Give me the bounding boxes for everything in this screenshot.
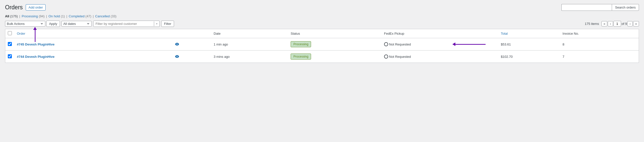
customer-filter-dropdown-icon[interactable]: ▾ bbox=[154, 21, 159, 26]
page-title: Orders bbox=[5, 4, 23, 11]
date-label-col-header: Date bbox=[211, 29, 288, 38]
row-745-total-cell: $53.61 bbox=[498, 38, 560, 51]
dates-select[interactable]: All dates bbox=[61, 21, 92, 27]
next-page-button[interactable]: › bbox=[627, 21, 632, 26]
table-row: #744 Devesh PluginHive 3 mins ago Proces… bbox=[5, 51, 639, 63]
row-745-eye-cell bbox=[171, 38, 211, 51]
tab-on-hold[interactable]: On hold (1) bbox=[48, 14, 65, 18]
pagination: « ‹ of 9 › » bbox=[601, 21, 639, 27]
tab-cancelled[interactable]: Cancelled (33) bbox=[95, 14, 117, 18]
row-744-invoice-cell: 7 bbox=[560, 51, 639, 63]
row-745-view-icon[interactable] bbox=[175, 42, 179, 46]
select-all-col bbox=[5, 29, 15, 38]
row-745-date-cell: 1 min ago bbox=[211, 38, 288, 51]
row-744-status-cell: Processing bbox=[288, 51, 382, 63]
row-744-status-badge: Processing bbox=[291, 54, 311, 60]
tab-all[interactable]: All (175) bbox=[5, 14, 18, 18]
prev-page-button[interactable]: ‹ bbox=[608, 21, 613, 26]
row-744-total: $102.70 bbox=[501, 55, 513, 59]
tab-completed[interactable]: Completed (47) bbox=[69, 14, 91, 18]
row-745-fedex-status: Not Requested bbox=[389, 42, 411, 46]
row-744-date-cell: 3 mins ago bbox=[211, 51, 288, 63]
date-col-header bbox=[171, 29, 211, 38]
customer-filter-input[interactable] bbox=[93, 21, 154, 27]
search-input[interactable] bbox=[561, 4, 612, 11]
row-745-order-link[interactable]: #745 Devesh PluginHive bbox=[17, 42, 55, 46]
row-744-order-link[interactable]: #744 Devesh PluginHive bbox=[17, 55, 55, 59]
bulk-actions-select[interactable]: Bulk Actions bbox=[5, 21, 45, 27]
table-row: #745 Devesh PluginHive 1 min ago Process bbox=[5, 38, 639, 51]
orders-table: Order Date Status FedEx Pickup Total Inv… bbox=[5, 29, 639, 63]
row-744-fedex-status: Not Requested bbox=[389, 55, 411, 59]
last-page-button[interactable]: » bbox=[633, 21, 639, 26]
row-744-checkbox-cell bbox=[5, 51, 15, 63]
row-744-total-cell: $102.70 bbox=[498, 51, 560, 63]
first-page-button[interactable]: « bbox=[601, 21, 607, 26]
row-744-circle-icon bbox=[384, 55, 388, 59]
status-tabs: All (175) | Processing (94) | On hold (1… bbox=[5, 14, 639, 18]
invoice-col-header: Invoice No. bbox=[560, 29, 639, 38]
svg-point-3 bbox=[177, 56, 177, 57]
row-744-view-icon[interactable] bbox=[175, 54, 179, 59]
apply-button[interactable]: Apply bbox=[46, 21, 60, 27]
row-744-order-cell: #744 Devesh PluginHive bbox=[14, 51, 171, 63]
row-744-fedex-cell: Not Requested bbox=[382, 51, 498, 63]
row-744-checkbox[interactable] bbox=[8, 54, 12, 58]
tablenav: Bulk Actions Apply All dates ▾ Filter 17… bbox=[5, 21, 639, 27]
row-745-status-cell: Processing bbox=[288, 38, 382, 51]
fedex-col-header: FedEx Pickup bbox=[382, 29, 498, 38]
row-744-eye-cell bbox=[171, 51, 211, 63]
row-745-circle-icon bbox=[384, 42, 388, 46]
tab-processing[interactable]: Processing (94) bbox=[22, 14, 45, 18]
select-all-checkbox[interactable] bbox=[8, 31, 12, 35]
row-745-invoice-cell: 8 bbox=[560, 38, 639, 51]
page-of-label: of 9 bbox=[622, 22, 627, 26]
row-745-order-cell: #745 Devesh PluginHive bbox=[14, 38, 171, 51]
search-orders-button[interactable]: Search orders bbox=[612, 4, 639, 11]
row-745-checkbox-cell bbox=[5, 38, 15, 51]
row-745-fedex-cell: Not Requested bbox=[382, 38, 498, 51]
total-col-header[interactable]: Total bbox=[498, 29, 560, 38]
customer-filter-wrap: ▾ bbox=[93, 21, 160, 27]
status-col-header: Status bbox=[288, 29, 382, 38]
row-745-checkbox[interactable] bbox=[8, 42, 12, 46]
current-page-input[interactable] bbox=[614, 21, 621, 27]
row-745-status-badge: Processing bbox=[291, 41, 311, 47]
svg-point-1 bbox=[177, 44, 177, 44]
row-745-total: $53.61 bbox=[501, 42, 511, 46]
add-order-button[interactable]: Add order bbox=[26, 4, 46, 11]
filter-button[interactable]: Filter bbox=[161, 21, 174, 27]
items-count: 175 items bbox=[585, 22, 599, 26]
order-col-header[interactable]: Order bbox=[14, 29, 171, 38]
